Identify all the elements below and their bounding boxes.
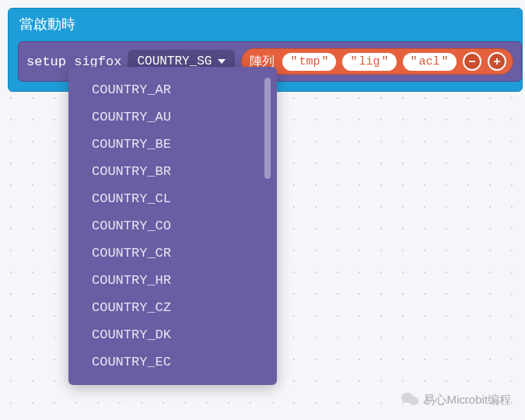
remove-item-button[interactable] bbox=[463, 52, 481, 71]
on-start-label: 當啟動時 bbox=[9, 15, 522, 41]
add-item-button[interactable] bbox=[488, 52, 506, 71]
array-item[interactable]: "lig" bbox=[342, 53, 396, 71]
dropdown-option[interactable]: COUNTRY_AU bbox=[92, 103, 272, 131]
plus-icon bbox=[492, 56, 502, 67]
dropdown-option[interactable]: COUNTRY_EC bbox=[92, 348, 272, 376]
dropdown-option[interactable]: COUNTRY_CO bbox=[92, 212, 272, 240]
dropdown-option[interactable]: COUNTRY_CZ bbox=[92, 294, 272, 321]
svg-rect-2 bbox=[496, 58, 498, 65]
dropdown-option[interactable]: COUNTRY_AR bbox=[92, 76, 272, 103]
dropdown-option[interactable]: COUNTRY_HR bbox=[92, 267, 272, 294]
array-item[interactable]: "tmp" bbox=[282, 53, 336, 71]
array-block[interactable]: 陣列 "tmp" "lig" "acl" bbox=[241, 48, 513, 75]
watermark: 易心Microbit编程 bbox=[401, 391, 511, 409]
watermark-text: 易心Microbit编程 bbox=[423, 393, 511, 408]
scrollbar-thumb[interactable] bbox=[264, 78, 271, 179]
chevron-down-icon bbox=[218, 59, 226, 64]
country-dropdown-menu: COUNTRY_AR COUNTRY_AU COUNTRY_BE COUNTRY… bbox=[68, 67, 277, 385]
array-item[interactable]: "acl" bbox=[403, 53, 457, 71]
svg-point-4 bbox=[409, 397, 419, 405]
dropdown-option[interactable]: COUNTRY_BE bbox=[92, 131, 272, 158]
dropdown-option[interactable]: COUNTRY_CR bbox=[92, 240, 272, 267]
workspace: 當啟動時 setup sigfox COUNTRY_SG 陣列 "tmp" "l… bbox=[0, 0, 525, 16]
wechat-icon bbox=[401, 391, 418, 409]
dropdown-option[interactable]: COUNTRY_CL bbox=[92, 185, 272, 212]
dropdown-option[interactable]: COUNTRY_BR bbox=[92, 158, 272, 185]
minus-icon bbox=[467, 56, 478, 67]
svg-rect-0 bbox=[468, 61, 474, 62]
dropdown-list: COUNTRY_AR COUNTRY_AU COUNTRY_BE COUNTRY… bbox=[68, 76, 272, 376]
dropdown-option[interactable]: COUNTRY_DK bbox=[92, 321, 272, 348]
